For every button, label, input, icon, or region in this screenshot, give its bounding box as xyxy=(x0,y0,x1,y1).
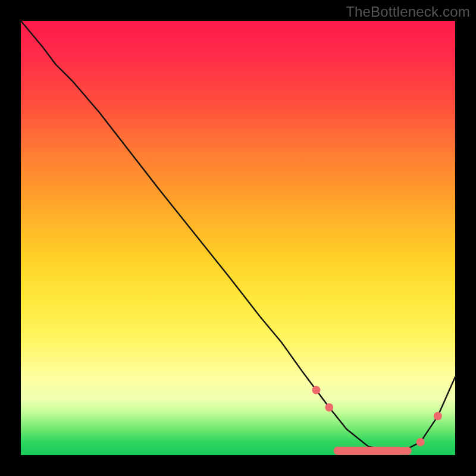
marker-group xyxy=(312,386,441,455)
marker-dot xyxy=(434,412,442,420)
bottleneck-curve xyxy=(21,21,455,451)
watermark-text: TheBottleneck.com xyxy=(346,4,470,20)
marker-dot xyxy=(325,403,333,412)
marker-dot xyxy=(416,438,425,446)
marker-dot xyxy=(403,447,412,455)
marker-bar xyxy=(334,447,403,455)
chart-frame: TheBottleneck.com xyxy=(0,0,476,476)
chart-svg xyxy=(21,21,455,455)
marker-dot xyxy=(312,386,320,394)
plot-area xyxy=(21,21,455,455)
